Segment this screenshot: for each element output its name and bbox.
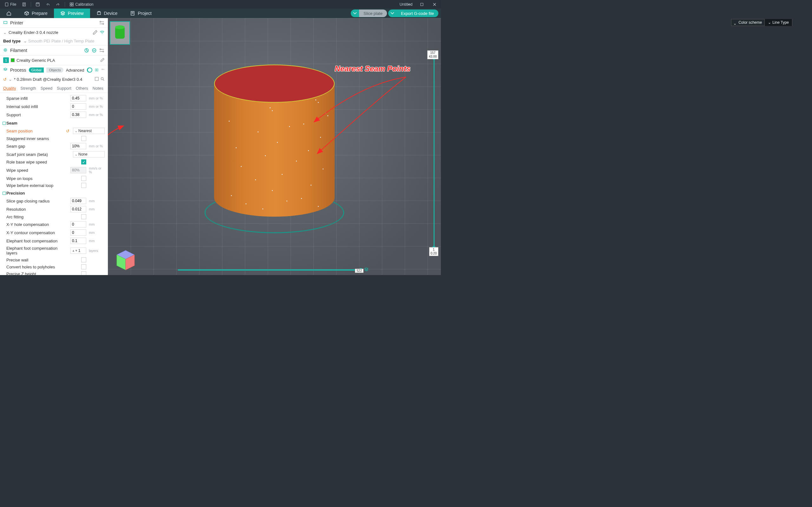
xy-contour-input[interactable] xyxy=(70,229,86,236)
slice-plate-button[interactable]: Slice plate xyxy=(351,9,387,17)
tab-others[interactable]: Others xyxy=(76,86,88,91)
filament-settings-icon[interactable] xyxy=(99,48,105,53)
seam-gap-input[interactable] xyxy=(70,143,86,149)
process-header-icon xyxy=(3,67,8,73)
filament-edit-icon[interactable] xyxy=(100,58,105,63)
undo-button[interactable] xyxy=(43,1,53,8)
wipe-loops-checkbox[interactable] xyxy=(81,176,86,181)
export-gcode-button[interactable]: Export G-code file xyxy=(388,9,438,17)
new-file-button[interactable] xyxy=(19,1,29,8)
support-input[interactable] xyxy=(70,112,86,118)
process-tabs: Quality Strength Speed Support Others No… xyxy=(0,84,108,93)
preview-viewport[interactable]: ‹› xyxy=(108,18,441,275)
prepare-tab[interactable]: Prepare xyxy=(18,9,54,18)
search-preset-icon[interactable] xyxy=(100,77,105,82)
scarf-select[interactable]: ⌄None xyxy=(73,151,105,158)
printer-settings-icon[interactable] xyxy=(99,20,105,26)
file-menu[interactable]: File xyxy=(2,1,19,8)
tab-quality[interactable]: Quality xyxy=(3,86,16,91)
settings-list[interactable]: Sparse infillmm or % Internal solid infi… xyxy=(0,93,108,275)
move-slider-horizontal[interactable] xyxy=(177,269,362,271)
sparse-infill-input[interactable] xyxy=(70,95,86,101)
edit-icon[interactable] xyxy=(93,30,98,35)
slice-dropdown-icon[interactable] xyxy=(351,9,359,17)
calibration-button[interactable]: Calibration xyxy=(67,1,96,8)
redo-button[interactable] xyxy=(53,1,63,8)
bed-type-row: Bed type ⌄Smooth PEI Plate / High Temp P… xyxy=(0,37,108,46)
precision-group-header[interactable]: Precision xyxy=(0,189,108,197)
precise-wall-checkbox[interactable] xyxy=(81,257,86,262)
bed-type-select[interactable]: ⌄Smooth PEI Plate / High Temp Plate xyxy=(23,39,105,43)
home-tab[interactable] xyxy=(0,9,18,18)
reset-icon[interactable]: ↺ xyxy=(3,77,7,82)
titlebar: File Calibration Untitled xyxy=(0,0,441,9)
precise-wall-label: Precise wall xyxy=(6,258,79,262)
wipe-speed-input[interactable] xyxy=(70,167,86,173)
global-badge[interactable]: Global xyxy=(29,67,44,72)
seam-position-select[interactable]: ⌄Nearest xyxy=(73,128,105,134)
reset-icon[interactable]: ↺ xyxy=(66,129,70,133)
elephant-input[interactable] xyxy=(70,238,86,244)
elephant-layers-spinner[interactable]: ▲▼1 xyxy=(70,247,86,254)
preset-selector[interactable]: ↺ ⌄ * 0.28mm Draft @Creality Ender3 0.4 xyxy=(0,75,108,84)
slice-gap-input[interactable] xyxy=(70,198,86,204)
advanced-toggle[interactable] xyxy=(87,67,93,72)
maximize-button[interactable] xyxy=(415,0,428,9)
save-preset-icon[interactable] xyxy=(95,77,99,82)
save-button[interactable] xyxy=(33,1,43,8)
filament-sync-out-icon[interactable] xyxy=(91,48,97,53)
preview-tab[interactable]: Preview xyxy=(54,9,90,18)
printer-selector[interactable]: ⌄ Creality Ender-3 0.4 nozzle xyxy=(0,28,108,37)
wifi-icon[interactable] xyxy=(100,30,105,35)
close-button[interactable] xyxy=(428,0,441,9)
staggered-checkbox[interactable] xyxy=(81,136,86,141)
convert-holes-checkbox[interactable] xyxy=(81,264,86,269)
tab-notes[interactable]: Notes xyxy=(93,86,103,91)
seam-group-header[interactable]: Seam xyxy=(0,119,108,127)
plate-thumbnail[interactable] xyxy=(110,21,130,45)
project-tab[interactable]: Project xyxy=(124,9,158,18)
objects-badge[interactable]: Objects xyxy=(46,67,63,72)
arc-fitting-checkbox[interactable] xyxy=(81,214,86,219)
layer-top-mm: 43.88 xyxy=(429,55,437,59)
seam-gap-label: Seam gap xyxy=(6,144,68,149)
layer-bot-index: 1 xyxy=(431,248,437,251)
process-settings-icon[interactable] xyxy=(101,67,105,73)
resolution-input[interactable] xyxy=(70,206,86,212)
tab-strength[interactable]: Strength xyxy=(20,86,36,91)
unit-label: mm or % xyxy=(89,105,105,108)
wipe-before-ext-checkbox[interactable] xyxy=(81,183,86,188)
filament-row[interactable]: 1 Creality Generic PLA xyxy=(0,55,108,65)
move-slider-value: 522 xyxy=(355,269,363,273)
layer-stack-icon xyxy=(364,267,368,273)
filament-color-swatch[interactable] xyxy=(11,58,14,62)
printer-icon xyxy=(96,11,101,16)
filament-header-label: Filament xyxy=(10,48,27,53)
tab-support[interactable]: Support xyxy=(57,86,71,91)
export-dropdown-icon[interactable] xyxy=(388,9,397,17)
internal-solid-input[interactable] xyxy=(70,103,86,110)
layer-bottom-badge: 1 0.20 xyxy=(429,247,438,256)
model-cylinder[interactable] xyxy=(214,64,335,216)
window-title: Untitled xyxy=(400,2,413,7)
precise-z-checkbox[interactable] xyxy=(81,271,86,275)
chevron-down-icon: ⌄ xyxy=(3,30,7,35)
slice-plate-label: Slice plate xyxy=(359,9,387,17)
svg-point-12 xyxy=(100,21,101,22)
role-wipe-checkbox[interactable]: ✓ xyxy=(81,159,86,164)
filament-sync-in-icon[interactable] xyxy=(84,48,90,53)
scarf-value: None xyxy=(78,152,88,157)
view-gizmo[interactable] xyxy=(113,248,138,273)
layer-slider-vertical[interactable] xyxy=(434,58,435,248)
compare-icon[interactable] xyxy=(95,67,98,73)
page-icon xyxy=(22,2,26,7)
tab-speed[interactable]: Speed xyxy=(41,86,53,91)
chevron-down-icon: ⌄ xyxy=(9,77,12,82)
filament-name: Creality Generic PLA xyxy=(16,58,98,63)
unit-label: mm xyxy=(89,207,105,211)
xy-hole-input[interactable] xyxy=(70,221,86,228)
svg-rect-4 xyxy=(70,3,71,4)
elephant-layers-label: Elephant foot compensation layers xyxy=(6,246,68,256)
home-icon xyxy=(6,11,11,16)
device-tab[interactable]: Device xyxy=(90,9,124,18)
